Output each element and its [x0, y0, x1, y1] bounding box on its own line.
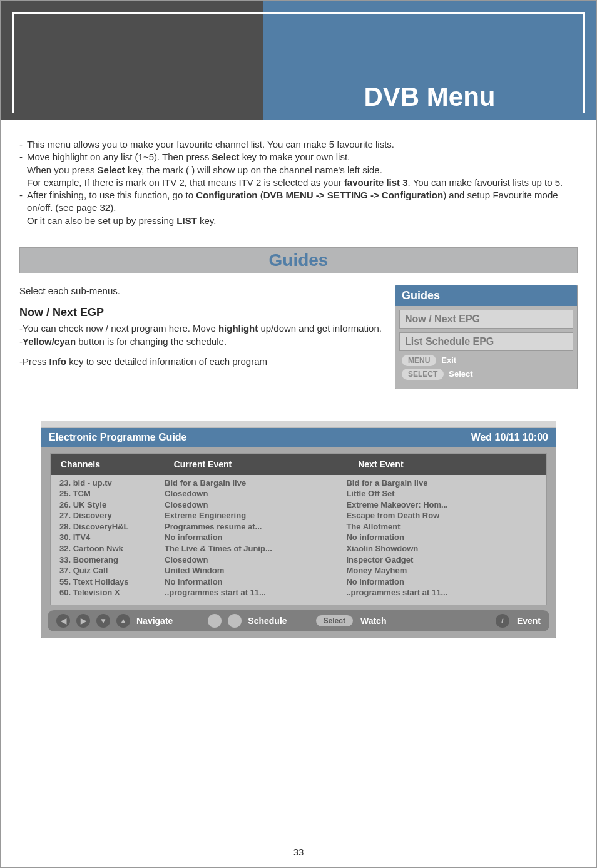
intro-line5a: After finishing, to use this function, g…	[27, 190, 196, 200]
table-row[interactable]: 60. Television X..programmes start at 11…	[59, 587, 538, 598]
epg-cell-next: No information	[346, 532, 538, 543]
epg-datetime: Wed 10/11 10:00	[471, 432, 548, 443]
page-number: 33	[1, 847, 596, 857]
epg-cell-channel: 28. DiscoveryH&L	[59, 521, 165, 533]
up-arrow-icon[interactable]: ▲	[116, 614, 130, 628]
table-row[interactable]: 25. TCMClosedownLittle Off Set	[59, 488, 538, 499]
intro-line1: This menu allows you to make your favour…	[27, 139, 394, 150]
guides-panel-item-list-schedule[interactable]: List Schedule EPG	[399, 332, 573, 351]
epg-cell-next: Bid for a Bargain live	[346, 477, 538, 489]
table-row[interactable]: 30. ITV4No informationNo information	[59, 532, 538, 543]
guides-b1c: up/down and get information.	[258, 323, 382, 334]
epg-footer: ◀ ▶ ▼ ▲ Navigate Schedule Select Watch i…	[48, 610, 549, 631]
epg-cell-current: United Windom	[165, 565, 346, 576]
epg-cell-current: Bid for a Bargain live	[165, 477, 346, 489]
menu-pill-label: Exit	[441, 355, 456, 365]
intro-line4c: . You can make favourist lists up to 5.	[408, 177, 563, 188]
epg-cell-channel: 33. Boomerang	[59, 554, 165, 566]
left-arrow-icon[interactable]: ◀	[56, 614, 70, 628]
epg-cell-current: The Live & Times of Junip...	[165, 543, 346, 554]
epg-cell-channel: 60. Television X	[59, 587, 165, 598]
table-row[interactable]: 23. bid - up.tvBid for a Bargain liveBid…	[59, 477, 538, 489]
guides-b3c: key to see detailed information of each …	[66, 356, 267, 367]
select-pill-label: Select	[449, 369, 472, 379]
intro-line5b: Configuration	[196, 190, 257, 200]
epg-cell-channel: 26. UK Style	[59, 499, 165, 511]
intro-line6b: LIST	[176, 215, 197, 226]
epg-cell-next: Inspector Gadget	[346, 554, 538, 566]
down-arrow-icon[interactable]: ▼	[96, 614, 110, 628]
guides-panel-item-now-next[interactable]: Now / Next EPG	[399, 310, 573, 329]
epg-cell-current: Closedown	[165, 488, 346, 499]
guides-section-title: Guides	[19, 247, 578, 273]
intro-line5c: (	[257, 190, 263, 200]
guides-text-block: Select each sub-menus. Now / Next EGP - …	[19, 285, 395, 368]
cyan-button-icon[interactable]	[228, 614, 242, 628]
table-row[interactable]: 32. Cartoon NwkThe Live & Times of Junip…	[59, 543, 538, 554]
epg-cell-channel: 37. Quiz Call	[59, 565, 165, 576]
epg-cell-next: No information	[346, 576, 538, 588]
epg-col-next: Next Event	[350, 456, 544, 472]
guides-heading: Now / Next EGP	[19, 305, 385, 320]
guides-b1b: highlight	[218, 323, 258, 334]
epg-title: Electronic Programme Guide	[49, 432, 187, 443]
epg-cell-current: Extreme Engineering	[165, 510, 346, 521]
intro-line2b: Select	[212, 151, 239, 162]
epg-cell-current: Closedown	[165, 499, 346, 511]
select-pill-icon[interactable]: SELECT	[402, 369, 444, 380]
epg-cell-channel: 25. TCM	[59, 488, 165, 499]
intro-text: - This menu allows you to make your favo…	[19, 138, 578, 227]
epg-footer-navigate: Navigate	[136, 616, 173, 626]
epg-column-header: Channels Current Event Next Event	[51, 454, 546, 475]
epg-panel: Electronic Programme Guide Wed 10/11 10:…	[41, 421, 556, 638]
select-hint-icon[interactable]: Select	[316, 615, 353, 626]
intro-line2c: key to make your own list.	[240, 151, 350, 162]
table-row[interactable]: 27. DiscoveryExtreme EngineeringEscape f…	[59, 510, 538, 521]
right-arrow-icon[interactable]: ▶	[76, 614, 90, 628]
info-icon[interactable]: i	[496, 614, 509, 628]
epg-cell-next: Xiaolin Showdown	[346, 543, 538, 554]
table-row[interactable]: 33. BoomerangClosedownInspector Gadget	[59, 554, 538, 566]
intro-line5d: DVB MENU -> SETTING -> Configuration	[263, 190, 444, 200]
page-title: DVB Menu	[263, 1, 596, 120]
epg-cell-next: Little Off Set	[346, 488, 538, 499]
epg-cell-next: Extreme Makeover: Hom...	[346, 499, 538, 511]
intro-line3b: Select	[98, 165, 125, 175]
table-row[interactable]: 28. DiscoveryH&LProgrammes resume at...T…	[59, 521, 538, 533]
intro-line6a: Or it can also be set up by pressing	[27, 215, 176, 226]
epg-footer-watch: Watch	[360, 616, 386, 626]
epg-col-current: Current Event	[166, 456, 351, 472]
table-row[interactable]: 55. Ttext HolidaysNo informationNo infor…	[59, 576, 538, 588]
epg-cell-channel: 27. Discovery	[59, 510, 165, 521]
intro-line2a: Move highlight on any list (1~5). Then p…	[27, 151, 212, 162]
epg-cell-current: Programmes resume at...	[165, 521, 346, 533]
epg-footer-event: Event	[517, 616, 541, 626]
epg-cell-current: No information	[165, 576, 346, 588]
guides-panel-title: Guides	[395, 285, 577, 306]
table-row[interactable]: 37. Quiz CallUnited WindomMoney Mayhem	[59, 565, 538, 576]
intro-line3c: key, the mark ( ) will show up on the ch…	[125, 165, 382, 175]
epg-footer-schedule: Schedule	[248, 616, 287, 626]
menu-pill-icon[interactable]: MENU	[402, 355, 436, 366]
epg-cell-next: Money Mayhem	[346, 565, 538, 576]
intro-line4b: favourite list 3	[344, 177, 408, 188]
guides-b1a: You can check now / next program here. M…	[23, 323, 218, 334]
epg-cell-channel: 55. Ttext Holidays	[59, 576, 165, 588]
table-row[interactable]: 26. UK StyleClosedownExtreme Makeover: H…	[59, 499, 538, 511]
intro-line4a: For example, If there is mark on ITV 2, …	[27, 177, 344, 188]
epg-cell-next: The Allotment	[346, 521, 538, 533]
header-dark-block	[1, 1, 263, 120]
epg-cell-channel: 32. Cartoon Nwk	[59, 543, 165, 554]
guides-b3a: Press	[23, 356, 49, 367]
epg-cell-next: Escape from Death Row	[346, 510, 538, 521]
guides-select-each: Select each sub-menus.	[19, 285, 385, 297]
intro-line3a: When you press	[27, 165, 98, 175]
epg-cell-channel: 23. bid - up.tv	[59, 477, 165, 489]
epg-cell-current: Closedown	[165, 554, 346, 566]
epg-table: Channels Current Event Next Event 23. bi…	[51, 454, 546, 605]
epg-col-channels: Channels	[53, 456, 166, 472]
guides-b3b: Info	[49, 356, 67, 367]
guides-b2a: Yellow/cyan	[23, 336, 76, 347]
guides-panel: Guides Now / Next EPG List Schedule EPG …	[395, 285, 578, 389]
yellow-button-icon[interactable]	[208, 614, 222, 628]
